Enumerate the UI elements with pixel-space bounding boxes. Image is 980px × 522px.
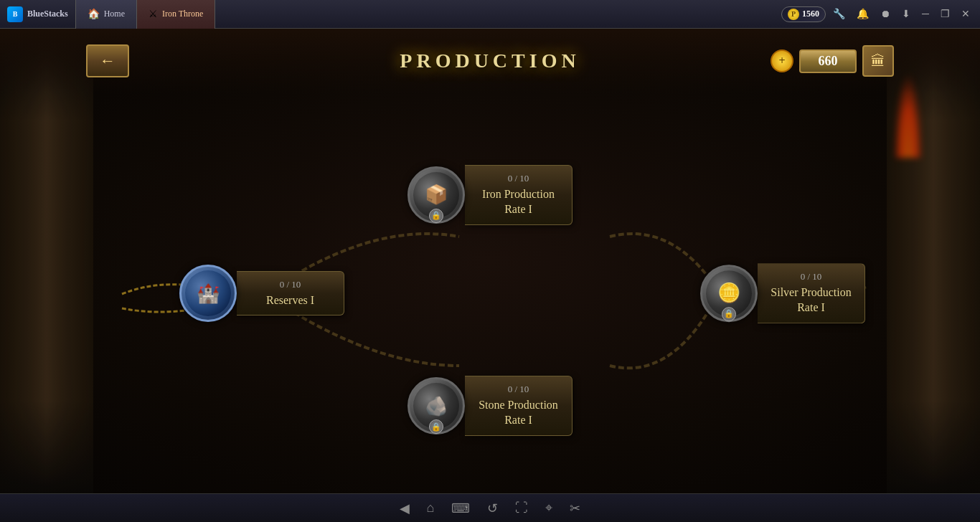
silver-count: 0 / 10 bbox=[769, 271, 853, 283]
stone-count: 0 / 10 bbox=[476, 384, 560, 395]
bottom-cursor-icon[interactable]: ↺ bbox=[487, 500, 498, 516]
bluestacks-icon: B bbox=[7, 6, 23, 22]
tab-home[interactable]: 🏠 Home bbox=[75, 0, 137, 29]
iron-name: Iron ProductionRate I bbox=[476, 187, 560, 217]
game-icon: ⚔ bbox=[149, 8, 158, 20]
reserves-count: 0 / 10 bbox=[248, 279, 332, 290]
restore-button[interactable]: ❐ bbox=[936, 6, 954, 22]
iron-icon-circle: 📦 🔒 bbox=[407, 166, 465, 224]
bluestacks-text: BlueStacks bbox=[27, 9, 68, 19]
reserves-icon-circle: 🏰 bbox=[179, 265, 237, 322]
stone-icon-circle: 🪨 🔒 bbox=[407, 377, 465, 435]
close-button[interactable]: ✕ bbox=[957, 6, 974, 22]
bottom-keyboard-icon[interactable]: ⌨ bbox=[451, 500, 470, 516]
points-badge: P 1560 bbox=[781, 6, 826, 22]
silver-name: Silver ProductionRate I bbox=[769, 285, 853, 315]
silver-lock-icon: 🔒 bbox=[722, 307, 736, 321]
bottom-home-icon[interactable]: ⌂ bbox=[427, 500, 435, 516]
game-area: ← PRODUCTION + 660 🏛 bbox=[0, 29, 980, 493]
toolbar-icon-2[interactable]: 🔔 bbox=[852, 6, 873, 22]
reserves-card: 0 / 10 Reserves I bbox=[237, 271, 344, 316]
iron-card: 0 / 10 Iron ProductionRate I bbox=[465, 165, 573, 225]
gold-counter: 660 bbox=[799, 49, 857, 73]
skill-tree-area: 🏰 0 / 10 Reserves I 📦 🔒 0 / 10 Iron Prod… bbox=[93, 93, 887, 493]
bottom-tool-icon[interactable]: ✂ bbox=[570, 500, 580, 516]
silver-card: 0 / 10 Silver ProductionRate I bbox=[758, 263, 865, 323]
stone-node[interactable]: 🪨 🔒 0 / 10 Stone ProductionRate I bbox=[407, 376, 573, 436]
bottom-location-icon[interactable]: ⌖ bbox=[545, 500, 552, 516]
page-title-box: PRODUCTION bbox=[357, 44, 623, 78]
minimize-button[interactable]: ─ bbox=[918, 7, 933, 22]
add-gold-icon: + bbox=[778, 54, 785, 67]
stone-lock-icon: 🔒 bbox=[429, 419, 443, 434]
page-title: PRODUCTION bbox=[400, 49, 580, 72]
back-icon: ← bbox=[100, 52, 116, 70]
add-gold-button[interactable]: + bbox=[771, 49, 793, 72]
bottom-bar: ◀ ⌂ ⌨ ↺ ⛶ ⌖ ✂ bbox=[0, 493, 980, 522]
toolbar-icon-4[interactable]: ⬇ bbox=[897, 6, 915, 22]
gold-area: + 660 🏛 bbox=[771, 45, 894, 77]
building-button[interactable]: 🏛 bbox=[862, 45, 894, 77]
pillar-left bbox=[0, 29, 93, 493]
titlebar-controls: P 1560 🔧 🔔 ⏺ ⬇ ─ ❐ ✕ bbox=[781, 6, 980, 22]
bottom-back-icon[interactable]: ◀ bbox=[400, 500, 410, 516]
reserves-icon-inner: 🏰 bbox=[185, 270, 231, 316]
bluestacks-logo: B BlueStacks bbox=[0, 6, 75, 22]
home-icon: 🏠 bbox=[88, 8, 100, 20]
iron-node[interactable]: 📦 🔒 0 / 10 Iron ProductionRate I bbox=[407, 165, 573, 225]
points-value: 1560 bbox=[802, 9, 819, 19]
toolbar-icon-3[interactable]: ⏺ bbox=[876, 7, 895, 22]
iron-lock-icon: 🔒 bbox=[429, 209, 443, 223]
iron-count: 0 / 10 bbox=[476, 173, 560, 184]
tab-home-label: Home bbox=[104, 9, 125, 19]
building-icon: 🏛 bbox=[871, 53, 885, 70]
tab-game[interactable]: ⚔ Iron Throne bbox=[137, 0, 215, 29]
toolbar-icon-1[interactable]: 🔧 bbox=[829, 6, 849, 22]
stone-name: Stone ProductionRate I bbox=[476, 398, 560, 428]
header-bar: ← PRODUCTION + 660 🏛 bbox=[0, 29, 980, 93]
reserves-name: Reserves I bbox=[248, 293, 332, 308]
stone-card: 0 / 10 Stone ProductionRate I bbox=[465, 376, 573, 436]
silver-icon-circle: 🪙 🔒 bbox=[700, 265, 758, 322]
titlebar: B BlueStacks 🏠 Home ⚔ Iron Throne P 1560… bbox=[0, 0, 980, 29]
silver-node[interactable]: 🪙 🔒 0 / 10 Silver ProductionRate I bbox=[700, 263, 865, 323]
tab-game-label: Iron Throne bbox=[162, 9, 203, 19]
back-button[interactable]: ← bbox=[86, 44, 129, 77]
bottom-screen-icon[interactable]: ⛶ bbox=[515, 500, 528, 516]
reserves-node[interactable]: 🏰 0 / 10 Reserves I bbox=[179, 265, 344, 322]
points-icon: P bbox=[788, 9, 799, 20]
